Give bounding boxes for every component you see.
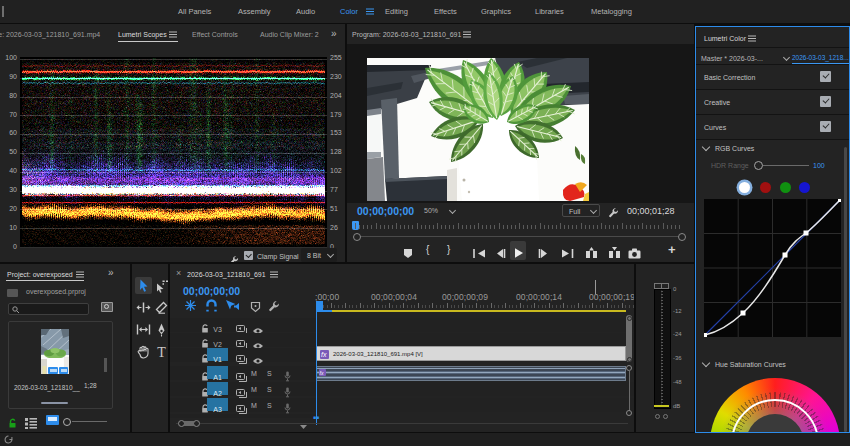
svg-text:T: T: [157, 345, 166, 360]
